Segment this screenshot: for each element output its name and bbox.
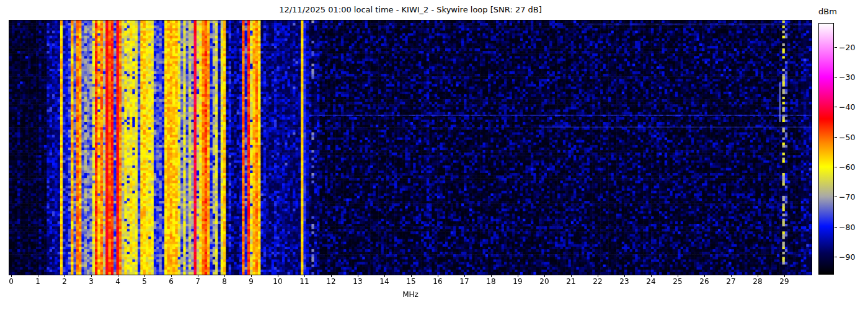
waterfall-figure: 12/11/2025 01:00 local time - KIWI_2 - S… (0, 0, 868, 310)
x-tick-label: 22 (588, 277, 607, 286)
x-axis-label: MHz (9, 290, 812, 299)
x-tick-label: 20 (535, 277, 554, 286)
x-tick-label: 6 (162, 277, 180, 286)
x-tick-label: 27 (722, 277, 740, 286)
x-tick-label: 17 (455, 277, 474, 286)
x-tick-label: 18 (482, 277, 500, 286)
colorbar-tick-mark (835, 77, 837, 78)
colorbar-label: dBm (814, 7, 841, 16)
x-tick-label: 21 (562, 277, 580, 286)
colorbar-tick-mark (835, 137, 837, 138)
colorbar-tick-mark (835, 167, 837, 167)
x-tick-label: 11 (295, 277, 314, 286)
colorbar-tick-mark (835, 197, 837, 197)
colorbar-tick-mark (835, 227, 837, 228)
colorbar-tick-label: −60 (839, 162, 855, 172)
colorbar-tick-label: −30 (839, 73, 855, 82)
x-tick-label: 12 (322, 277, 340, 286)
spectrogram-canvas (9, 20, 812, 275)
x-tick-label: 24 (642, 277, 660, 286)
x-tick-label: 13 (348, 277, 367, 286)
x-tick-label: 29 (775, 277, 794, 286)
x-tick-label: 4 (108, 277, 127, 286)
x-tick-label: 23 (615, 277, 634, 286)
x-tick-label: 25 (668, 277, 687, 286)
colorbar-tick-mark (835, 257, 837, 257)
colorbar-tick-label: −50 (839, 132, 855, 141)
x-tick-label: 16 (428, 277, 447, 286)
colorbar-tick-label: −40 (839, 102, 855, 112)
x-tick-label: 2 (55, 277, 74, 286)
colorbar-tick-mark (835, 47, 837, 48)
x-tick-label: 15 (402, 277, 420, 286)
x-tick-label: 8 (215, 277, 234, 286)
x-tick-label: 3 (82, 277, 100, 286)
x-tick-label: 26 (695, 277, 714, 286)
x-tick-label: 7 (188, 277, 207, 286)
colorbar-tick-label: −80 (839, 222, 855, 231)
x-tick-label: 10 (268, 277, 287, 286)
plot-title: 12/11/2025 01:00 local time - KIWI_2 - S… (9, 5, 812, 14)
colorbar-tick-label: −20 (839, 42, 855, 51)
x-tick-label: 19 (508, 277, 527, 286)
colorbar-tick-mark (835, 107, 837, 107)
x-tick-label: 0 (2, 277, 20, 286)
colorbar-tick-label: −90 (839, 252, 855, 262)
x-tick-label: 28 (748, 277, 767, 286)
colorbar-tick-label: −70 (839, 192, 855, 202)
x-tick-label: 14 (375, 277, 394, 286)
x-tick-label: 9 (242, 277, 260, 286)
x-tick-label: 1 (29, 277, 47, 286)
colorbar-gradient (818, 23, 834, 275)
x-tick-label: 5 (135, 277, 154, 286)
